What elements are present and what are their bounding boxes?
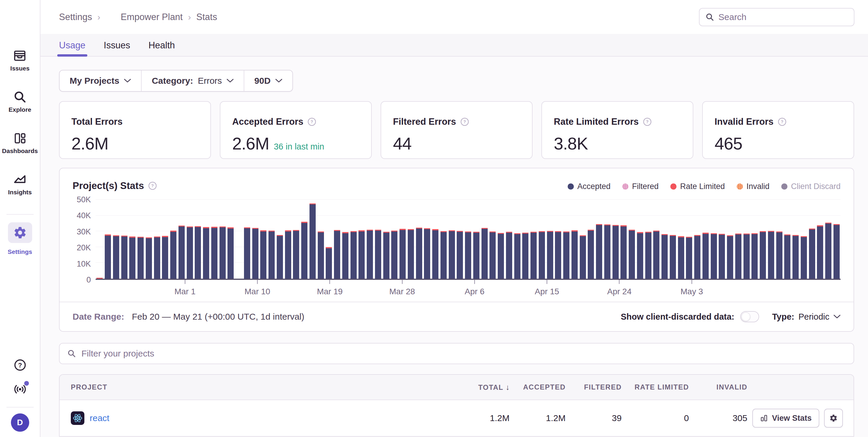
bar[interactable] <box>350 231 357 279</box>
bar[interactable] <box>301 222 307 279</box>
bar[interactable] <box>383 232 390 279</box>
org-logo-icon[interactable] <box>10 6 30 31</box>
bar[interactable] <box>465 232 471 279</box>
bar[interactable] <box>260 230 267 279</box>
info-icon[interactable]: ? <box>148 181 157 190</box>
bar[interactable] <box>269 231 275 279</box>
bar[interactable] <box>563 232 569 279</box>
client-discard-toggle[interactable] <box>740 311 759 322</box>
bar[interactable] <box>318 232 324 279</box>
bar[interactable] <box>96 278 103 279</box>
tab-issues[interactable]: Issues <box>104 40 130 56</box>
date-range-dropdown[interactable]: 90D <box>244 70 292 91</box>
bar[interactable] <box>604 225 611 279</box>
bar[interactable] <box>367 230 373 279</box>
bar[interactable] <box>309 203 316 279</box>
bar[interactable] <box>416 228 422 279</box>
project-link[interactable]: react <box>90 413 110 423</box>
info-icon[interactable]: ? <box>307 117 316 126</box>
breadcrumb-settings[interactable]: Settings <box>59 12 92 23</box>
bar[interactable] <box>408 229 414 279</box>
bar[interactable] <box>326 247 332 279</box>
bar[interactable] <box>449 230 455 279</box>
sidebar-item-dashboards[interactable]: Dashboards <box>2 132 38 155</box>
bar[interactable] <box>834 224 840 279</box>
breadcrumb-org[interactable]: Empower Plant <box>105 11 183 24</box>
bar[interactable] <box>768 231 774 279</box>
info-icon[interactable]: ? <box>460 117 469 126</box>
bar[interactable] <box>629 230 635 279</box>
bar[interactable] <box>522 233 528 279</box>
legend-item[interactable]: Client Discard <box>781 182 841 191</box>
bar[interactable] <box>743 234 750 279</box>
bar[interactable] <box>244 227 250 279</box>
bar[interactable] <box>670 235 676 279</box>
bar[interactable] <box>719 234 725 279</box>
bar[interactable] <box>703 233 709 279</box>
bar[interactable] <box>162 236 168 279</box>
project-filter[interactable] <box>59 343 854 364</box>
col-project[interactable]: PROJECT <box>60 383 437 391</box>
col-total[interactable]: TOTAL ↓ <box>437 383 509 392</box>
bar[interactable] <box>457 231 463 279</box>
info-icon[interactable]: ? <box>643 117 652 126</box>
bar[interactable] <box>252 228 258 279</box>
bar[interactable] <box>375 230 381 279</box>
bar[interactable] <box>653 231 659 279</box>
bar[interactable] <box>539 231 545 279</box>
bar[interactable] <box>613 225 619 279</box>
bar[interactable] <box>686 237 692 279</box>
bar[interactable] <box>227 227 234 279</box>
bar[interactable] <box>784 234 790 279</box>
bar[interactable] <box>645 232 651 279</box>
category-dropdown[interactable]: Category: Errors <box>141 70 244 91</box>
bar[interactable] <box>342 232 348 279</box>
bar[interactable] <box>293 230 299 279</box>
bar[interactable] <box>334 230 340 279</box>
help-button[interactable]: ? <box>13 359 27 373</box>
legend-item[interactable]: Rate Limited <box>670 182 725 191</box>
bar[interactable] <box>809 229 815 279</box>
bar[interactable] <box>793 235 799 279</box>
bar[interactable] <box>711 233 717 279</box>
bar[interactable] <box>121 236 127 279</box>
bar[interactable] <box>571 230 578 279</box>
bar[interactable] <box>825 223 831 279</box>
bar[interactable] <box>751 233 758 279</box>
bar[interactable] <box>219 227 226 279</box>
tab-health[interactable]: Health <box>148 40 175 56</box>
sidebar-item-explore[interactable]: Explore <box>8 90 31 113</box>
col-invalid[interactable]: INVALID <box>689 383 747 391</box>
type-dropdown[interactable]: Type: Periodic <box>772 312 841 322</box>
bar[interactable] <box>285 230 291 279</box>
bar[interactable] <box>154 236 160 279</box>
bar[interactable] <box>661 234 668 279</box>
bar[interactable] <box>678 236 684 279</box>
legend-item[interactable]: Invalid <box>737 182 770 191</box>
bar[interactable] <box>776 232 782 279</box>
user-avatar[interactable]: D <box>11 413 29 432</box>
bar[interactable] <box>400 229 406 279</box>
bar[interactable] <box>637 232 643 279</box>
global-search[interactable] <box>699 8 855 26</box>
bar[interactable] <box>498 233 504 279</box>
bar[interactable] <box>490 232 496 279</box>
col-rate-limited[interactable]: RATE LIMITED <box>622 383 689 391</box>
bar[interactable] <box>432 229 438 279</box>
bar[interactable] <box>440 231 447 279</box>
bar[interactable] <box>530 232 537 279</box>
bar[interactable] <box>620 225 627 279</box>
bar[interactable] <box>588 230 594 279</box>
bar[interactable] <box>113 235 119 279</box>
bar[interactable] <box>555 231 561 279</box>
bar[interactable] <box>760 231 766 279</box>
bar[interactable] <box>129 236 135 279</box>
col-filtered[interactable]: FILTERED <box>566 383 622 391</box>
bar[interactable] <box>137 237 144 279</box>
bar[interactable] <box>801 236 807 279</box>
whats-new-button[interactable] <box>13 383 27 397</box>
col-accepted[interactable]: ACCEPTED <box>509 383 566 391</box>
bar[interactable] <box>424 228 430 279</box>
global-search-input[interactable] <box>718 12 848 22</box>
info-icon[interactable]: ? <box>778 117 786 126</box>
